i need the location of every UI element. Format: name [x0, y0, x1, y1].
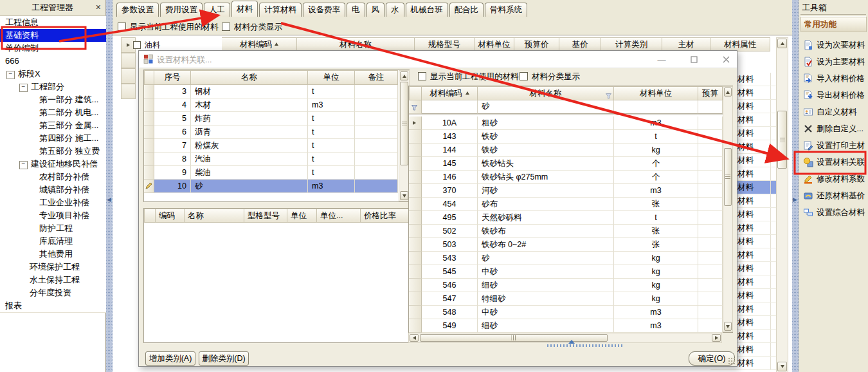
- scroll-right-icon[interactable]: [712, 334, 721, 342]
- row-header-cell[interactable]: [409, 130, 422, 144]
- cell[interactable]: 木材: [191, 98, 308, 112]
- column-header-序号[interactable]: 序号: [154, 70, 191, 85]
- cell[interactable]: 铁砂布 0~2#: [478, 238, 614, 252]
- dialog-titlebar[interactable]: 设置材料关联... —: [139, 51, 737, 68]
- cell[interactable]: 454: [422, 198, 478, 211]
- cell[interactable]: [355, 166, 398, 180]
- tab-人工[interactable]: 人工: [204, 3, 230, 17]
- cell[interactable]: t: [614, 211, 698, 225]
- row-header-cell[interactable]: [409, 265, 422, 279]
- tab-水[interactable]: 水: [386, 3, 404, 17]
- cell[interactable]: 144: [422, 144, 478, 157]
- tab-材料[interactable]: 材料: [231, 1, 258, 17]
- cell[interactable]: 9: [154, 166, 191, 180]
- cell[interactable]: 砂布: [478, 198, 614, 211]
- collapse-splitter[interactable]: [579, 344, 624, 347]
- cell[interactable]: 粗砂: [478, 116, 614, 130]
- cell[interactable]: 张: [614, 198, 698, 211]
- bg-column-header[interactable]: 材料编码: [222, 37, 297, 51]
- table-row[interactable]: 144铁砂kg: [409, 144, 723, 157]
- bg-column-header[interactable]: 预算价: [514, 37, 559, 51]
- minimize-icon[interactable]: —: [651, 51, 673, 68]
- cell[interactable]: 547: [422, 292, 478, 306]
- column-header-材料名称[interactable]: 材料名称: [478, 86, 614, 100]
- scroll-down-icon[interactable]: [724, 322, 732, 331]
- collapse-up-icon[interactable]: [568, 340, 575, 344]
- row-header-cell[interactable]: [409, 252, 422, 265]
- cell[interactable]: 张: [614, 238, 698, 252]
- cell[interactable]: 503: [422, 238, 478, 252]
- tool-item-设为次要材料[interactable]: 设为次要材料: [800, 37, 867, 53]
- table-row[interactable]: 545中砂kg: [409, 265, 723, 279]
- cell[interactable]: m3: [614, 319, 698, 333]
- resize-grip[interactable]: [728, 357, 736, 365]
- cell[interactable]: [698, 292, 723, 306]
- row-header-cell[interactable]: [409, 198, 422, 211]
- classify-display-checkbox[interactable]: [222, 23, 230, 31]
- show-current-materials-checkbox[interactable]: [118, 23, 126, 31]
- collapse-right-icon[interactable]: ▶: [793, 196, 797, 203]
- table-row[interactable]: 146铁砂钻头 φ275mm个: [409, 171, 723, 184]
- cell[interactable]: t: [308, 126, 355, 139]
- row-header-cell[interactable]: [144, 139, 154, 153]
- sidebar-item-标段X[interactable]: −标段X: [0, 68, 108, 81]
- sidebar-item-建设征地移民补偿[interactable]: −建设征地移民补偿: [0, 158, 121, 171]
- scroll-down-icon[interactable]: [777, 362, 787, 371]
- table-row[interactable]: 370河砂m3: [409, 184, 723, 198]
- cell[interactable]: m3: [614, 306, 698, 319]
- tab-电[interactable]: 电: [347, 3, 365, 17]
- tree-expand-icon[interactable]: −: [6, 71, 15, 79]
- cell[interactable]: 铁砂布: [478, 225, 614, 238]
- row-header-cell[interactable]: [409, 225, 422, 238]
- row-header-cell[interactable]: [409, 144, 422, 157]
- cell[interactable]: 546: [422, 279, 478, 292]
- column-header-材料单位[interactable]: 材料单位: [614, 86, 698, 100]
- cell[interactable]: 砂: [191, 180, 308, 193]
- scroll-down-icon[interactable]: [400, 191, 408, 200]
- tab-计算材料[interactable]: 计算材料: [259, 3, 302, 17]
- cell[interactable]: kg: [614, 279, 698, 292]
- table-row[interactable]: 549细砂m3: [409, 319, 723, 333]
- row-header-cell[interactable]: [409, 211, 422, 225]
- scroll-left-icon[interactable]: [410, 334, 419, 342]
- picker-horizontal-scrollbar[interactable]: [408, 333, 722, 343]
- scrollbar-thumb[interactable]: [420, 334, 608, 342]
- tab-配合比[interactable]: 配合比: [449, 3, 484, 17]
- cell[interactable]: 沥青: [191, 126, 308, 139]
- cell[interactable]: t: [308, 166, 355, 180]
- cell[interactable]: 天然砂砾料: [478, 211, 614, 225]
- sidebar-item-666[interactable]: 666: [0, 55, 107, 68]
- row-header-cell[interactable]: [409, 171, 422, 184]
- cell[interactable]: 545: [422, 265, 478, 279]
- table-row[interactable]: 547特细砂kg: [409, 292, 723, 306]
- cell[interactable]: [355, 153, 398, 166]
- cell[interactable]: 8: [154, 153, 191, 166]
- cell[interactable]: t: [614, 130, 698, 144]
- scroll-up-icon[interactable]: [400, 71, 408, 80]
- column-header-备注[interactable]: 备注: [355, 70, 398, 85]
- tool-item-设置打印主材[interactable]: 设置打印主材: [800, 138, 867, 153]
- close-icon[interactable]: ×: [96, 2, 101, 12]
- table-row[interactable]: 8汽油t: [144, 153, 398, 166]
- cell[interactable]: m3: [308, 98, 355, 112]
- cell[interactable]: [698, 130, 723, 144]
- table-row[interactable]: 6沥青t: [144, 126, 398, 139]
- cell[interactable]: 铁砂钻头 φ275mm: [478, 171, 614, 184]
- cell[interactable]: [698, 198, 723, 211]
- cell[interactable]: 146: [422, 171, 478, 184]
- cell[interactable]: 粉煤灰: [191, 139, 308, 153]
- cell[interactable]: m3: [614, 116, 698, 130]
- tool-item-还原材料基价[interactable]: 还原材料基价: [800, 188, 867, 203]
- cell[interactable]: 495: [422, 211, 478, 225]
- filter-cell[interactable]: [698, 100, 723, 114]
- sidebar-item-报表[interactable]: 报表: [0, 299, 107, 313]
- tool-item-设置材料关联[interactable]: 设置材料关联: [800, 154, 867, 170]
- sidebar-item-工程部分[interactable]: −工程部分: [0, 80, 121, 94]
- scrollbar-thumb[interactable]: [724, 148, 732, 206]
- cell[interactable]: [698, 319, 723, 333]
- filter-cell[interactable]: [614, 100, 698, 114]
- tool-item-设置综合材料[interactable]: 设置综合材料: [800, 205, 867, 220]
- cell[interactable]: 4: [154, 98, 191, 112]
- cell[interactable]: 143: [422, 130, 478, 144]
- bg-column-header[interactable]: 规格型号: [415, 37, 475, 51]
